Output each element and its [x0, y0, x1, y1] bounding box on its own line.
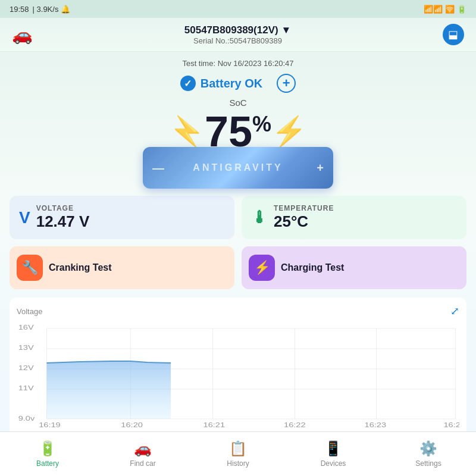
- car-icon: 🚗: [12, 25, 33, 45]
- stats-row: V VOLTAGE 12.47 V 🌡 TEMPERATURE 25°C: [10, 196, 466, 239]
- nav-label-settings: Settings: [415, 459, 441, 468]
- chart-container: Voltage ⤢ 16V 13V 12V 11V 9.0v: [10, 298, 466, 431]
- battery-ok-text: ✓ Battery OK: [180, 76, 262, 91]
- soc-label: SoC: [10, 98, 466, 108]
- battery-brand: ANTIGRAVITY: [193, 162, 283, 173]
- chart-area: 16V 13V 12V 11V 9.0v: [17, 322, 459, 430]
- battery-visual: ⚡ 75% ⚡ — ANTIGRAVITY +: [10, 110, 466, 189]
- soc-unit: %: [252, 112, 271, 136]
- nav-label-devices: Devices: [321, 459, 346, 468]
- main-content: Test time: Nov 16/2023 16:20:47 ✓ Batter…: [0, 52, 476, 431]
- svg-text:16:24: 16:24: [443, 421, 459, 429]
- voltage-info: VOLTAGE 12.47 V: [36, 204, 90, 231]
- svg-text:16:21: 16:21: [203, 421, 226, 429]
- battery-plus: +: [317, 161, 324, 175]
- svg-text:16:19: 16:19: [39, 421, 61, 429]
- svg-text:9.0v: 9.0v: [18, 415, 35, 422]
- cranking-test-button[interactable]: 🔧 Cranking Test: [10, 246, 234, 289]
- battery-icon: 🔋: [457, 5, 466, 14]
- voltage-value: 12.47 V: [36, 212, 90, 231]
- voltage-label: VOLTAGE: [36, 204, 90, 212]
- svg-text:11V: 11V: [18, 384, 34, 392]
- nav-label-history: History: [227, 459, 249, 468]
- svg-marker-16: [46, 361, 171, 419]
- status-time: 19:58: [10, 5, 29, 14]
- test-time: Test time: Nov 16/2023 16:20:47: [10, 52, 466, 71]
- temperature-value: 25°C: [274, 212, 334, 231]
- serial-number: Serial No.:50547B809389: [184, 36, 291, 45]
- chart-title: Voltage: [17, 307, 42, 316]
- device-info: 50547B809389(12V) ▼ Serial No.:50547B809…: [184, 24, 291, 45]
- voltage-icon: V: [19, 208, 30, 227]
- svg-text:16:22: 16:22: [284, 421, 306, 429]
- nav-item-settings[interactable]: ⚙️ Settings: [381, 432, 476, 476]
- nav-item-history[interactable]: 📋 History: [190, 432, 286, 476]
- voltage-card[interactable]: V VOLTAGE 12.47 V: [10, 196, 234, 239]
- header: 🚗 50547B809389(12V) ▼ Serial No.:50547B8…: [0, 18, 476, 52]
- add-button[interactable]: +: [277, 74, 296, 93]
- svg-text:16V: 16V: [18, 324, 34, 331]
- bluetooth-button[interactable]: ⬓: [443, 24, 464, 45]
- battery-status-row: ✓ Battery OK +: [10, 71, 466, 98]
- nav-label-battery: Battery: [36, 459, 59, 468]
- device-name[interactable]: 50547B809389(12V) ▼: [184, 24, 291, 36]
- voltage-chart: 16V 13V 12V 11V 9.0v: [17, 322, 459, 430]
- test-buttons: 🔧 Cranking Test ⚡ Charging Test: [10, 246, 466, 289]
- nav-item-find-car[interactable]: 🚗 Find car: [95, 432, 190, 476]
- svg-text:16:23: 16:23: [365, 421, 387, 429]
- check-icon: ✓: [180, 76, 196, 91]
- bottom-nav: 🔋 Battery 🚗 Find car 📋 History 📱 Devices…: [0, 431, 476, 476]
- car-nav-icon: 🚗: [134, 440, 152, 457]
- battery-ok-label: Battery OK: [201, 77, 262, 90]
- charging-label: Charging Test: [281, 262, 344, 273]
- wifi-icon: 🛜: [445, 5, 455, 14]
- nav-item-battery[interactable]: 🔋 Battery: [0, 432, 95, 476]
- battery-minus: —: [152, 161, 164, 175]
- battery-nav-icon: 🔋: [39, 440, 57, 457]
- expand-icon[interactable]: ⤢: [450, 305, 459, 318]
- status-network: | 3.9K/s 🔔: [33, 5, 70, 14]
- status-left: 19:58 | 3.9K/s 🔔: [10, 5, 70, 14]
- temperature-info: TEMPERATURE 25°C: [274, 204, 334, 231]
- settings-nav-icon: ⚙️: [419, 440, 437, 457]
- lightning-left-icon: ⚡: [169, 115, 205, 148]
- svg-text:16:20: 16:20: [121, 421, 143, 429]
- svg-text:12V: 12V: [18, 364, 34, 372]
- cranking-icon: 🔧: [17, 255, 43, 281]
- charging-icon: ⚡: [249, 255, 275, 281]
- svg-text:13V: 13V: [18, 344, 34, 352]
- thermometer-icon: 🌡: [251, 208, 268, 227]
- lightning-right-icon: ⚡: [271, 115, 307, 148]
- temperature-label: TEMPERATURE: [274, 204, 334, 212]
- nav-item-devices[interactable]: 📱 Devices: [286, 432, 381, 476]
- history-nav-icon: 📋: [229, 440, 247, 457]
- chart-header: Voltage ⤢: [17, 305, 459, 318]
- status-right: 📶📶 🛜 🔋: [424, 5, 466, 14]
- cranking-label: Cranking Test: [49, 262, 112, 273]
- charging-test-button[interactable]: ⚡ Charging Test: [242, 246, 466, 289]
- devices-nav-icon: 📱: [324, 440, 342, 457]
- temperature-card[interactable]: 🌡 TEMPERATURE 25°C: [242, 196, 466, 239]
- nav-label-find-car: Find car: [130, 459, 155, 468]
- soc-value: 75%: [205, 110, 271, 153]
- signal-icon: 📶📶: [424, 5, 443, 14]
- status-bar: 19:58 | 3.9K/s 🔔 📶📶 🛜 🔋: [0, 0, 476, 18]
